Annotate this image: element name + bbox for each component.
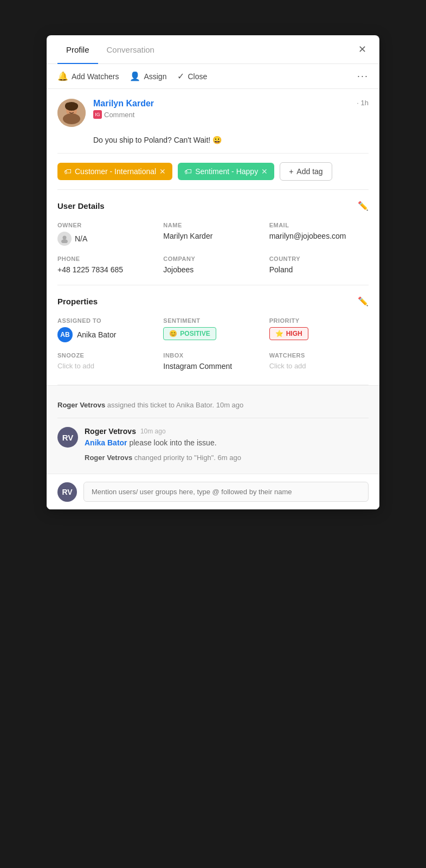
assign-log-text: assigned this ticket to Anika Bator. (107, 401, 216, 409)
phone-value: +48 1225 7834 685 (57, 265, 157, 274)
plus-icon: + (289, 167, 293, 176)
snooze-field: SNOOZE Click to add (57, 352, 157, 371)
instagram-icon: IG (93, 110, 102, 119)
properties-title: Properties (57, 297, 98, 306)
avatar-image (57, 99, 86, 127)
priority-value: ⭐ HIGH (269, 327, 369, 340)
comment-meta: Roger Vetrovs 10m ago (85, 427, 241, 436)
priority-field: PRIORITY ⭐ HIGH (269, 317, 369, 342)
owner-avatar (57, 232, 72, 246)
svg-point-8 (72, 103, 78, 108)
close-icon[interactable]: ✕ (356, 41, 369, 58)
priority-log-time: 6m ago (218, 454, 241, 462)
tag-label-2: Sentiment - Happy (195, 167, 258, 176)
priority-change-log: Roger Vetrovs changed priority to "High"… (85, 451, 241, 464)
tag-label: Customer - International (75, 167, 156, 176)
owner-field: OWNER N/A (57, 222, 157, 246)
comment-author: Roger Vetrovs (85, 427, 136, 436)
assign-log: Roger Vetrovs assigned this ticket to An… (57, 395, 369, 418)
bell-icon: 🔔 (57, 71, 68, 81)
watchers-label: WATCHERS (269, 352, 369, 359)
contact-info: Marilyn Karder IG Comment (93, 99, 349, 119)
add-watchers-button[interactable]: 🔔 Add Watchers (57, 71, 119, 81)
owner-value: N/A (57, 232, 157, 246)
checkmark-icon: ✓ (177, 71, 184, 81)
properties-section: Properties ✏️ ASSIGNED TO AB Anika Bator… (47, 285, 379, 385)
contact-message: Do you ship to Poland? Can't Wait! 😀 (47, 132, 379, 153)
watchers-add[interactable]: Click to add (269, 362, 369, 370)
tag-remove-sentiment[interactable]: ✕ (261, 167, 268, 176)
svg-point-5 (63, 113, 80, 124)
owner-label: OWNER (57, 222, 157, 228)
mention-link[interactable]: Anika Bator (85, 438, 127, 447)
contact-source: IG Comment (93, 110, 349, 119)
sentiment-value: 😊 POSITIVE (163, 327, 262, 340)
assigned-to-label: ASSIGNED TO (57, 317, 157, 324)
reply-avatar: RV (57, 482, 77, 502)
source-label: Comment (104, 111, 134, 119)
comment-content: Roger Vetrovs 10m ago Anika Bator please… (85, 427, 241, 464)
assigned-avatar: AB (57, 327, 73, 342)
name-value: Marilyn Karder (163, 232, 262, 240)
tag-remove-customer[interactable]: ✕ (159, 167, 166, 176)
company-label: COMPANY (163, 256, 262, 262)
email-field: EMAIL marilyn@jojobees.com (269, 222, 369, 246)
sentiment-label: SENTIMENT (163, 317, 262, 324)
inbox-value: Instagram Comment (163, 362, 262, 371)
snooze-add[interactable]: Click to add (57, 362, 157, 370)
comment-time: 10m ago (140, 427, 166, 435)
phone-label: PHONE (57, 256, 157, 262)
sentiment-icon: 😊 (169, 330, 177, 337)
assign-label: Assign (144, 72, 166, 81)
svg-point-10 (61, 239, 68, 243)
assigned-to-field: ASSIGNED TO AB Anika Bator (57, 317, 157, 342)
company-value: Jojobees (163, 265, 262, 274)
email-value: marilyn@jojobees.com (269, 232, 369, 240)
inbox-label: INBOX (163, 352, 262, 359)
name-field: NAME Marilyn Karder (163, 222, 262, 246)
comment-body: please look into the issue. (129, 438, 216, 447)
properties-edit-icon[interactable]: ✏️ (358, 296, 369, 307)
country-field: COUNTRY Poland (269, 256, 369, 274)
company-field: COMPANY Jojobees (163, 256, 262, 274)
tab-bar: Profile Conversation ✕ (47, 35, 379, 64)
tag-icon: 🏷 (64, 167, 72, 176)
phone-field: PHONE +48 1225 7834 685 (57, 256, 157, 274)
contact-header: Marilyn Karder IG Comment · 1h (47, 89, 379, 132)
name-label: NAME (163, 222, 262, 228)
assign-log-author: Roger Vetrovs (57, 401, 105, 409)
tab-profile[interactable]: Profile (57, 35, 98, 64)
tab-conversation[interactable]: Conversation (98, 35, 163, 64)
watchers-field: WATCHERS Click to add (269, 352, 369, 371)
priority-label: PRIORITY (269, 317, 369, 324)
user-details-edit-icon[interactable]: ✏️ (358, 201, 369, 211)
tag-icon-2: 🏷 (184, 167, 192, 176)
email-label: EMAIL (269, 222, 369, 228)
sentiment-field: SENTIMENT 😊 POSITIVE (163, 317, 262, 342)
user-details-grid: OWNER N/A NAME Marilyn Karder EMAIL (57, 222, 369, 279)
priority-log-text: changed priority to "High". (134, 454, 218, 462)
contact-name[interactable]: Marilyn Karder (93, 99, 349, 108)
country-value: Poland (269, 265, 369, 274)
reply-area: RV (47, 474, 379, 509)
add-watchers-label: Add Watchers (72, 72, 119, 81)
add-tag-button[interactable]: + Add tag (280, 162, 332, 181)
sentiment-badge: 😊 POSITIVE (163, 327, 216, 340)
inbox-field: INBOX Instagram Comment (163, 352, 262, 371)
close-button[interactable]: ✓ Close (177, 71, 207, 81)
priority-log-author: Roger Vetrovs (85, 454, 132, 462)
properties-grid: ASSIGNED TO AB Anika Bator SENTIMENT 😊 P… (57, 317, 369, 379)
add-tag-label: Add tag (296, 167, 322, 176)
profile-panel: Profile Conversation ✕ 🔔 Add Watchers 👤 … (47, 35, 379, 509)
user-icon (60, 234, 69, 243)
tag-customer-international: 🏷 Customer - International ✕ (57, 163, 172, 180)
more-options-icon[interactable]: ··· (357, 71, 369, 82)
user-details-header: User Details ✏️ (57, 201, 369, 211)
activity-section: Roger Vetrovs assigned this ticket to An… (47, 385, 379, 474)
star-icon: ⭐ (275, 330, 283, 337)
assign-button[interactable]: 👤 Assign (130, 71, 166, 81)
user-details-section: User Details ✏️ OWNER N/A NAME Ma (47, 190, 379, 285)
comment-block: RV Roger Vetrovs 10m ago Anika Bator ple… (57, 418, 369, 468)
reply-input[interactable] (83, 482, 369, 502)
priority-badge: ⭐ HIGH (269, 327, 308, 340)
